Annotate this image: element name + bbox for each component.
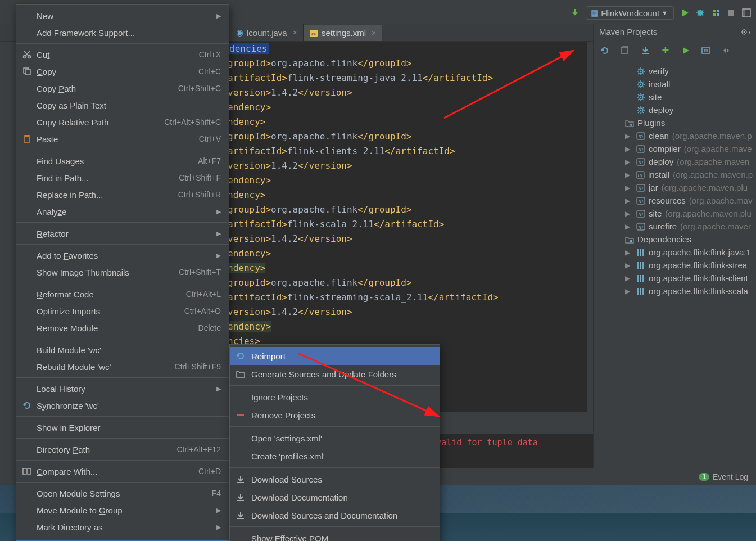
menu-item-copy-path[interactable]: Copy PathCtrl+Shift+C: [16, 80, 229, 97]
add-icon[interactable]: +: [660, 45, 671, 56]
menu-item-mark-directory-as[interactable]: Mark Directory as▶: [16, 519, 229, 535]
plugin-jar[interactable]: ▶mjar (org.apache.maven.plu: [594, 181, 756, 194]
menu-item-analyze[interactable]: Analyze▶: [16, 203, 229, 220]
svg-text:m: m: [639, 133, 643, 139]
shortcut-label: Ctrl+X: [199, 50, 221, 59]
submenu-item-remove-projects[interactable]: Remove Projects: [230, 406, 440, 424]
toggle-offline-icon[interactable]: [721, 45, 732, 56]
close-icon[interactable]: ×: [372, 29, 376, 38]
maven-tree[interactable]: verifyinstallsitedeployPlugins▶mclean (o…: [594, 61, 756, 301]
plugins-node[interactable]: Plugins: [594, 116, 756, 129]
dependencies-node[interactable]: Dependencies: [594, 233, 756, 246]
reimport-icon[interactable]: [599, 45, 610, 56]
plugin-deploy[interactable]: ▶mdeploy (org.apache.maven: [594, 155, 756, 168]
library-icon: [636, 274, 645, 283]
submenu-item-show-effective-pom[interactable]: Show Effective POM: [230, 529, 440, 541]
submenu-item-ignore-projects[interactable]: Ignore Projects: [230, 388, 440, 406]
maven-plugin-icon: m: [636, 209, 645, 218]
stop-button[interactable]: [727, 8, 736, 17]
menu-item-add-framework-support[interactable]: Add Framework Support...: [16, 24, 229, 41]
menu-item-cut[interactable]: CutCtrl+X: [16, 46, 229, 63]
event-log-button[interactable]: 1 Event Log: [699, 472, 748, 481]
menu-item-optimize-imports[interactable]: Optimize ImportsCtrl+Alt+O: [16, 303, 229, 319]
menu-item-new[interactable]: New▶: [16, 7, 229, 24]
menu-item-synchronize-wc[interactable]: Synchronize 'wc': [16, 397, 229, 414]
run-config-selector[interactable]: ▦ FlinkWordcount ▼: [586, 6, 674, 20]
menu-item-copy-relative-path[interactable]: Copy Relative PathCtrl+Alt+Shift+C: [16, 114, 229, 130]
tab-settings-xml[interactable]: <> settings.xml ×: [304, 25, 382, 41]
menu-item-build-module-wc[interactable]: Build Module 'wc': [16, 341, 229, 358]
menu-item-copy[interactable]: CopyCtrl+C: [16, 63, 229, 80]
editor-line: groupId>org.apache.flink</groupId>: [228, 276, 587, 290]
layout-icon[interactable]: [741, 8, 752, 18]
dependency-item[interactable]: ▶org.apache.flink:flink-client: [594, 272, 756, 285]
lifecycle-goal-verify[interactable]: verify: [594, 65, 756, 78]
dependency-item[interactable]: ▶org.apache.flink:flink-strea: [594, 259, 756, 272]
shortcut-label: Alt+F7: [198, 156, 221, 165]
svg-rect-54: [642, 288, 644, 295]
java-file-icon: ◉: [236, 28, 243, 38]
menu-item-show-in-explorer[interactable]: Show in Explorer: [16, 419, 229, 436]
sync-down-icon[interactable]: [570, 8, 580, 18]
menu-item-find-usages[interactable]: Find UsagesAlt+F7: [16, 152, 229, 169]
submenu-item-download-sources-and-documentation[interactable]: Download Sources and Documentation: [230, 506, 440, 524]
menu-item-move-module-to-group[interactable]: Move Module to Group▶: [16, 502, 229, 519]
menu-item-label: Rebuild Module 'wc': [37, 362, 171, 372]
menu-item-replace-in-path[interactable]: Replace in Path...Ctrl+Shift+R: [16, 186, 229, 203]
execute-goal-icon[interactable]: m: [700, 45, 712, 56]
plugin-compiler[interactable]: ▶mcompiler (org.apache.mave: [594, 142, 756, 155]
menu-item-add-to-favorites[interactable]: Add to Favorites▶: [16, 247, 229, 264]
plugin-site[interactable]: ▶msite (org.apache.maven.plu: [594, 207, 756, 220]
svg-text:▾: ▾: [749, 30, 750, 35]
menu-item-show-image-thumbnails[interactable]: Show Image ThumbnailsCtrl+Shift+T: [16, 264, 229, 281]
submenu-item-download-sources[interactable]: Download Sources: [230, 470, 440, 488]
submenu-item-label: Reimport: [251, 351, 286, 361]
menu-item-copy-as-plain-text[interactable]: Copy as Plain Text: [16, 97, 229, 114]
dependency-label: org.apache.flink:flink-client: [649, 273, 748, 283]
gear-icon[interactable]: ▾: [740, 28, 750, 36]
submenu-item-download-documentation[interactable]: Download Documentation: [230, 488, 440, 506]
debug-button[interactable]: [695, 8, 705, 18]
generate-sources-icon[interactable]: [619, 45, 631, 56]
plugin-install[interactable]: ▶minstall (org.apache.maven.p: [594, 168, 756, 181]
submenu-item-reimport[interactable]: Reimport: [230, 347, 440, 365]
submenu-item-open-settings-xml[interactable]: Open 'settings.xml': [230, 429, 440, 447]
editor-line: artifactId>flink-clients_2.11</artifactI…: [228, 144, 587, 159]
lifecycle-goal-install[interactable]: install: [594, 78, 756, 91]
dependency-item[interactable]: ▶org.apache.flink:flink-scala: [594, 285, 756, 297]
separator: [16, 283, 229, 283]
editor-line: ndency>: [228, 115, 587, 129]
close-icon[interactable]: ×: [293, 28, 297, 37]
download-icon[interactable]: [640, 45, 651, 56]
menu-item-find-in-path[interactable]: Find in Path...Ctrl+Shift+F: [16, 169, 229, 186]
menu-item-remove-module[interactable]: Remove ModuleDelete: [16, 319, 229, 336]
svg-rect-1: [713, 10, 716, 12]
menu-item-directory-path[interactable]: Directory PathCtrl+Alt+F12: [16, 441, 229, 458]
menu-item-label: Replace in Path...: [37, 190, 175, 200]
menu-item-open-module-settings[interactable]: Open Module SettingsF4: [16, 485, 229, 502]
menu-item-reformat-code[interactable]: Reformat CodeCtrl+Alt+L: [16, 286, 229, 303]
copy-icon: [21, 67, 33, 76]
menu-item-refactor[interactable]: Refactor▶: [16, 225, 229, 242]
plugin-surefire[interactable]: ▶msurefire (org.apache.maver: [594, 220, 756, 233]
menu-item-local-history[interactable]: Local History▶: [16, 380, 229, 397]
menu-item-compare-with[interactable]: Compare With...Ctrl+D: [16, 463, 229, 480]
svg-rect-3: [713, 13, 716, 16]
tab-lcount-java[interactable]: ◉ lcount.java ×: [230, 24, 304, 41]
run-maven-icon[interactable]: [680, 45, 691, 56]
left-gutter: [0, 42, 16, 468]
plugin-resources[interactable]: ▶mresources (org.apache.mav: [594, 194, 756, 207]
plugin-clean[interactable]: ▶mclean (org.apache.maven.p: [594, 129, 756, 142]
plugin-hint: (org.apache.maven.plu: [662, 183, 748, 192]
lifecycle-goal-deploy[interactable]: deploy: [594, 103, 756, 116]
run-button[interactable]: [680, 8, 690, 18]
submenu-item-create-profiles-xml[interactable]: Create 'profiles.xml': [230, 447, 440, 465]
context-menu: New▶Add Framework Support...CutCtrl+XCop…: [16, 4, 229, 541]
lifecycle-goal-site[interactable]: site: [594, 91, 756, 103]
menu-item-paste[interactable]: PasteCtrl+V: [16, 130, 229, 147]
submenu-item-generate-sources-and-update-folders[interactable]: Generate Sources and Update Folders: [230, 365, 440, 383]
dependency-item[interactable]: ▶org.apache.flink:flink-java:1: [594, 246, 756, 259]
menu-item-rebuild-module-wc[interactable]: Rebuild Module 'wc'Ctrl+Shift+F9: [16, 358, 229, 375]
svg-rect-45: [642, 249, 644, 256]
profile-button[interactable]: [711, 8, 721, 18]
